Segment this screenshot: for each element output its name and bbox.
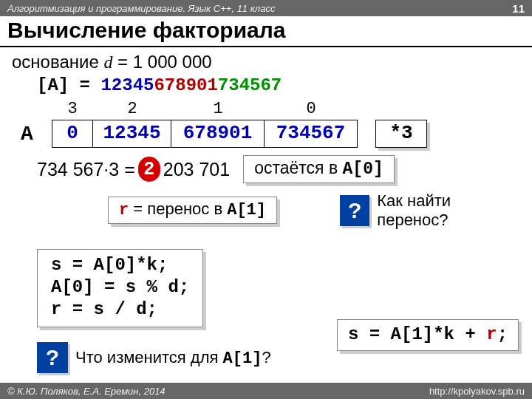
code-l3: r = s / d;	[51, 299, 189, 321]
q2-suf: ?	[262, 348, 270, 366]
carry-oval: 2	[138, 157, 160, 182]
footer-bar: © К.Ю. Поляков, Е.А. Еремин, 2014 http:/…	[0, 383, 532, 399]
cell-0: 734567	[265, 120, 358, 148]
ans-tail: ;	[497, 324, 508, 344]
course-name: Алгоритмизация и программирование. Язык …	[7, 3, 275, 14]
array-label: A	[21, 123, 52, 146]
q2-code: A[1]	[223, 349, 262, 368]
code-l1: s = A[0]*k;	[51, 254, 189, 276]
expr-lhs: 734 567·3 =	[37, 159, 135, 180]
carry-box: r = перенос в A[1]	[108, 197, 277, 224]
carry-code: A[1]	[227, 201, 266, 219]
idx-3: 3	[52, 100, 93, 118]
ans-s: s = A[1]*k +	[348, 324, 486, 344]
question1-text: Как найти перенос?	[377, 191, 520, 230]
carry-mid: = перенос в	[129, 200, 227, 218]
question-mark-icon: ?	[340, 195, 369, 226]
remain-pre: остаётся в	[254, 158, 342, 177]
answer-box: s = A[1]*k + r;	[337, 319, 519, 351]
content: основание d = 1 000 000 [A] = 1234567890…	[0, 47, 532, 373]
base-prefix: основание	[12, 52, 103, 72]
code-block: s = A[0]*k; A[0] = s % d; r = s / d;	[37, 249, 203, 327]
question-mark-icon: ?	[37, 342, 68, 373]
title-row: Вычисление факториала	[0, 16, 532, 47]
carry-r: r	[119, 201, 129, 219]
remain-code: A[0]	[343, 160, 383, 179]
footer-url: http://kpolyakov.spb.ru	[429, 386, 525, 397]
cell-2: 12345	[93, 120, 171, 148]
arr-seg2: 678901	[154, 75, 217, 95]
cell-3: 0	[52, 120, 93, 148]
header-bar: Алгоритмизация и программирование. Язык …	[0, 0, 532, 16]
arr-label: [A] =	[37, 75, 100, 95]
base-line: основание d = 1 000 000	[12, 52, 520, 72]
code-l2: A[0] = s % d;	[51, 276, 189, 299]
expr-rest: 203 701	[163, 159, 230, 180]
cell-1: 678901	[171, 120, 265, 148]
var-d: d	[103, 52, 112, 72]
copyright: © К.Ю. Поляков, Е.А. Еремин, 2014	[7, 386, 166, 397]
ans-r: r	[486, 324, 497, 344]
slide-title: Вычисление факториала	[7, 18, 525, 43]
question1-row: ? Как найти перенос?	[322, 191, 520, 230]
remain-box: остаётся в A[0]	[243, 155, 395, 183]
multiplier-box: *3	[375, 120, 427, 148]
index-row: 3 2 1 0	[21, 100, 520, 118]
idx-2: 2	[93, 100, 171, 118]
q2-pre: Что изменится для	[75, 348, 223, 366]
arr-seg1: 12345	[100, 75, 154, 95]
arr-seg3: 734567	[218, 75, 282, 95]
question2-text: Что изменится для A[1]?	[75, 348, 271, 368]
base-value: = 1 000 000	[112, 52, 211, 72]
array-row: A 0 12345 678901 734567 *3	[21, 120, 520, 148]
expression-row: 734 567·3 = 2 203 701 остаётся в A[0]	[37, 155, 520, 183]
idx-1: 1	[171, 100, 265, 118]
array-eq: [A] = 12345678901734567	[37, 75, 520, 95]
idx-0: 0	[265, 100, 358, 118]
page-number: 11	[512, 2, 525, 15]
